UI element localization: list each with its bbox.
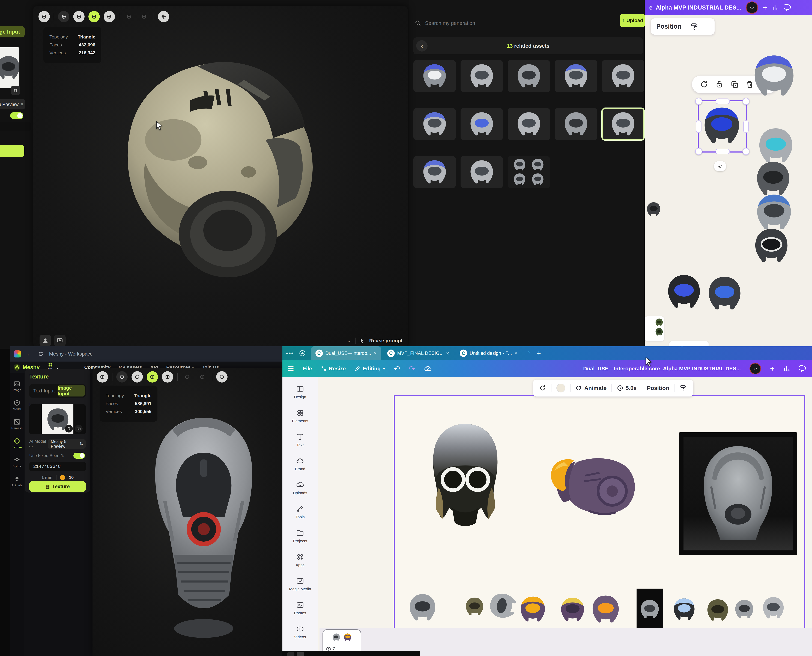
seed-input[interactable] [29, 462, 86, 471]
paint-roller-icon[interactable] [690, 22, 698, 31]
canvas-image[interactable] [749, 160, 797, 198]
fixed-seed-toggle[interactable] [73, 453, 85, 459]
brush-icon[interactable] [116, 371, 128, 382]
asset-search[interactable] [415, 16, 619, 30]
canvas-image-small-helmet[interactable] [558, 589, 587, 631]
canvas-image-purple-helmet[interactable] [543, 454, 642, 525]
collapse-icon[interactable]: ⌄ [347, 338, 351, 343]
rail-item-animate[interactable]: Animate [11, 476, 22, 487]
canvas-image-aviator-helmet[interactable] [421, 421, 509, 532]
sidebar-item-projects[interactable]: Projects [293, 529, 307, 543]
delete-image-icon[interactable] [11, 86, 20, 95]
textured-icon[interactable] [162, 371, 173, 382]
helmet-3d-render[interactable] [107, 46, 333, 297]
canvas-image-small-helmet[interactable] [589, 589, 622, 630]
animate-button[interactable]: Animate [575, 385, 606, 391]
tab-text-input[interactable]: Text Input [30, 385, 57, 396]
rail-item-image[interactable]: Image [13, 380, 21, 392]
back-button[interactable]: ‹ [416, 40, 427, 51]
canvas-image-small-helmet[interactable] [637, 589, 663, 630]
orbit-icon[interactable] [216, 371, 227, 382]
regenerate-icon[interactable] [539, 384, 546, 391]
asset-thumbnail[interactable] [461, 60, 503, 92]
collapse-tabs-icon[interactable]: ⌃ [527, 350, 531, 356]
close-tab-icon[interactable]: × [446, 350, 449, 356]
avatar[interactable] [746, 2, 758, 14]
browser-tab[interactable]: C Dual_USE—Interop...× [311, 347, 381, 360]
rail-item-model[interactable]: Model [13, 399, 21, 411]
rail-item-texture[interactable]: Texture [12, 438, 22, 449]
wireframe-icon[interactable] [131, 371, 143, 382]
asset-thumbnail[interactable] [508, 60, 550, 92]
brush-icon[interactable] [58, 11, 70, 22]
back-icon[interactable]: ← [26, 350, 32, 357]
insights-icon[interactable] [783, 365, 790, 372]
canvas-image-small-helmet[interactable] [464, 589, 486, 625]
document-title[interactable]: Dual_USE—Interoperable core_Alpha MVP IN… [583, 366, 741, 371]
add-member-icon[interactable]: + [770, 364, 775, 373]
color-swatch[interactable] [557, 384, 565, 393]
sidebar-item-brand[interactable]: Brand [295, 457, 305, 471]
insights-icon[interactable] [772, 4, 780, 11]
canvas-image[interactable] [749, 227, 794, 265]
comment-icon[interactable] [799, 365, 807, 372]
canvas-image-framed-photo[interactable] [679, 432, 797, 555]
sidebar-item-design[interactable]: Design [294, 385, 306, 399]
gizmo-icon[interactable] [196, 371, 208, 382]
asset-thumbnail[interactable] [555, 108, 597, 140]
wireframe-icon[interactable] [73, 11, 85, 22]
position-button[interactable]: Position [647, 385, 669, 391]
close-tab-icon[interactable]: × [374, 350, 377, 356]
asset-thumbnail[interactable] [413, 156, 456, 188]
paint-roller-icon[interactable] [679, 384, 687, 392]
undo-icon[interactable]: ↶ [394, 364, 400, 373]
sidebar-item-videos[interactable]: Videos [294, 625, 306, 639]
seed-field[interactable] [0, 122, 31, 132]
canvas-image-small-helmet[interactable] [733, 589, 756, 630]
sidebar-item-uploads[interactable]: Uploads [293, 481, 307, 495]
canvas-image-small-helmet[interactable] [760, 589, 787, 627]
upload-button[interactable]: ↑ Upload [620, 14, 646, 27]
textured-icon[interactable] [104, 11, 115, 22]
duration-button[interactable]: 5.0s [617, 385, 637, 391]
orbit-icon[interactable] [158, 11, 169, 22]
redo-icon[interactable]: ↷ [409, 364, 415, 373]
sidebar-item-photos[interactable]: Photos [294, 601, 306, 616]
file-menu[interactable]: File [303, 366, 312, 371]
avatar[interactable] [750, 363, 761, 374]
page-thumbnail[interactable]: 7 [324, 631, 360, 653]
helmet-3d-render[interactable] [137, 400, 271, 656]
asset-thumbnail[interactable] [413, 60, 456, 92]
browser-tab[interactable]: C Untitled design - P...× [455, 347, 522, 360]
canvas-image[interactable] [704, 274, 745, 313]
search-input[interactable] [425, 20, 584, 26]
canvas-image-small-helmet[interactable] [671, 589, 698, 630]
canvas-image-small-helmet[interactable] [704, 589, 731, 632]
sidebar-item-apps[interactable]: Apps [296, 553, 305, 567]
sidebar-item-tools[interactable]: Tools [295, 505, 305, 519]
asset-thumbnail[interactable] [602, 108, 644, 140]
viewer-canvas-bottom[interactable]: TopologyTriangleFaces586,891Vertices300,… [93, 368, 293, 656]
canvas-image-small-helmet[interactable] [406, 589, 439, 627]
add-member-icon[interactable]: + [763, 3, 767, 12]
comment-icon[interactable] [784, 4, 792, 11]
asset-thumbnail[interactable] [461, 108, 503, 140]
canvas-image[interactable] [749, 53, 800, 99]
rail-item-stylize[interactable]: Stylize [12, 456, 22, 468]
regenerate-icon[interactable] [699, 80, 709, 89]
sidebar-item-text[interactable]: Text [296, 433, 304, 447]
texture-image-box[interactable] [29, 404, 86, 434]
canvas-image-small-helmet[interactable] [517, 589, 548, 630]
grid-icon[interactable] [181, 371, 193, 382]
input-image-thumb[interactable] [0, 47, 19, 88]
canvas-image[interactable] [645, 191, 662, 228]
shaded-icon[interactable] [88, 11, 100, 22]
new-tab-icon[interactable]: + [537, 350, 541, 357]
selected-canvas-image[interactable] [698, 100, 747, 153]
screenshot-icon[interactable] [97, 371, 108, 382]
shaded-icon[interactable] [147, 371, 158, 382]
reload-icon[interactable] [38, 351, 44, 357]
asset-thumbnail[interactable] [508, 108, 550, 140]
asset-thumbnail[interactable] [508, 156, 550, 188]
asset-thumbnail[interactable] [602, 60, 644, 92]
